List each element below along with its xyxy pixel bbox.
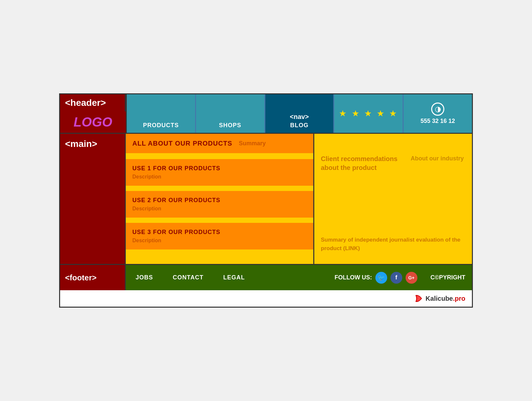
product-block-2: USE 2 FOR OUR PRODUCTS Description (126, 191, 313, 219)
facebook-icon[interactable]: f (390, 272, 402, 284)
header-section: <header> LOGO PRODUCTS SHOPS <nav> BLOG … (60, 94, 472, 134)
header-tag: <header> (60, 94, 126, 111)
watermark-text: Kalicube.pro (426, 295, 465, 302)
gplus-icon[interactable]: G+ (406, 272, 417, 284)
main-left: ALL ABOUT OUR PRODUCTS Summary USE 1 FOR… (126, 134, 314, 264)
main-tag: <main> (60, 134, 125, 153)
twitter-icon[interactable]: 🐦 (375, 272, 387, 284)
nav-products[interactable]: PRODUCTS (127, 94, 196, 133)
logo-area: LOGO (60, 111, 126, 133)
product-block-3: USE 3 FOR OUR PRODUCTS Description (126, 223, 313, 251)
footer-nav: JOBS CONTACT LEGAL (126, 265, 328, 290)
kalicube-logo-icon (414, 294, 424, 303)
footer-contact[interactable]: CONTACT (163, 274, 213, 281)
footer-social: FOLLOW US: 🐦 f G+ (328, 265, 424, 290)
copyright: C©PYRIGHT (424, 265, 472, 290)
footer-legal[interactable]: LEGAL (213, 274, 255, 281)
about-industry: About our industry (404, 150, 464, 167)
main-section: <main> ALL ABOUT OUR PRODUCTS Summary US… (60, 134, 472, 264)
phone-icon: ◑ (431, 103, 444, 116)
watermark: Kalicube.pro (60, 290, 472, 307)
nav-shops[interactable]: SHOPS (196, 94, 265, 133)
main-right: Client recommendations about the product… (314, 134, 472, 264)
nav-blog[interactable]: <nav> BLOG (265, 94, 335, 133)
stars-area: ★ ★ ★ ★ ★ (334, 94, 404, 133)
phone-area[interactable]: ◑ 555 32 16 12 (404, 94, 472, 133)
logo-text: LOGO (74, 115, 112, 130)
product-block-1: USE 1 FOR OUR PRODUCTS Description (126, 159, 313, 187)
nav-area: PRODUCTS SHOPS <nav> BLOG ★ ★ ★ ★ ★ ◑ 55… (127, 94, 472, 133)
footer-jobs[interactable]: JOBS (126, 274, 163, 281)
footer-tag: <footer> (60, 265, 126, 290)
footer-section: <footer> JOBS CONTACT LEGAL FOLLOW US: 🐦… (60, 264, 472, 290)
client-recommendations: Client recommendations about the product (321, 150, 397, 178)
journalist-eval: Summary of independent journalist evalua… (321, 231, 465, 257)
product-header-block: ALL ABOUT OUR PRODUCTS Summary (126, 134, 313, 155)
